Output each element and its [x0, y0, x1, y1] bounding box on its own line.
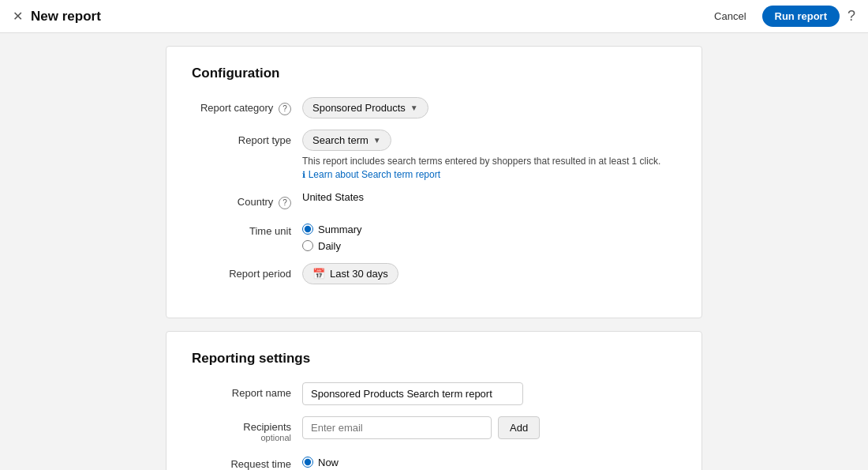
report-category-help-icon[interactable]: ? — [279, 103, 291, 115]
learn-link-row: ℹ Learn about Search term report — [302, 168, 676, 180]
report-category-label: Report category ? — [192, 97, 302, 115]
time-unit-daily[interactable]: Daily — [302, 240, 676, 252]
country-help-icon[interactable]: ? — [279, 197, 291, 209]
report-name-label: Report name — [192, 382, 302, 399]
report-type-dropdown[interactable]: Search term ▼ — [302, 130, 391, 151]
calendar-icon: 📅 — [312, 268, 325, 280]
header: ✕ New report Cancel Run report ? — [0, 0, 868, 33]
report-type-info: This report includes search terms entere… — [302, 156, 676, 167]
configuration-title: Configuration — [192, 66, 676, 81]
report-name-input[interactable] — [302, 382, 523, 405]
recipients-label: Recipients optional — [192, 416, 302, 442]
recipients-row: Recipients optional Add — [192, 416, 676, 442]
configuration-card: Configuration Report category ? Sponsore… — [166, 46, 702, 318]
header-left: ✕ New report — [13, 9, 101, 24]
report-period-row: Report period 📅 Last 30 days — [192, 263, 676, 284]
report-category-row: Report category ? Sponsored Products ▼ — [192, 97, 676, 118]
email-row: Add — [302, 416, 676, 439]
cancel-button[interactable]: Cancel — [706, 6, 754, 26]
time-unit-control: Summary Daily — [302, 220, 676, 252]
country-label: Country ? — [192, 191, 302, 209]
report-category-dropdown[interactable]: Sponsored Products ▼ — [302, 97, 428, 118]
report-type-control: Search term ▼ This report includes searc… — [302, 130, 676, 180]
report-category-control: Sponsored Products ▼ — [302, 97, 676, 118]
request-time-radio-group: Now Future Recurring — [302, 453, 676, 470]
time-unit-daily-radio[interactable] — [302, 240, 313, 251]
header-right: Cancel Run report ? — [706, 6, 855, 27]
request-time-control: Now Future Recurring — [302, 453, 676, 470]
report-period-label: Report period — [192, 263, 302, 280]
report-type-row: Report type Search term ▼ This report in… — [192, 130, 676, 180]
reporting-settings-card: Reporting settings Report name Recipient… — [166, 331, 702, 470]
report-period-control: 📅 Last 30 days — [302, 263, 676, 284]
info-circle-icon: ℹ — [302, 170, 305, 179]
country-row: Country ? United States — [192, 191, 676, 209]
report-name-control — [302, 382, 676, 405]
page-title: New report — [31, 9, 101, 24]
time-unit-summary-radio[interactable] — [302, 224, 313, 235]
report-type-label: Report type — [192, 130, 302, 146]
report-name-row: Report name — [192, 382, 676, 405]
time-unit-summary[interactable]: Summary — [302, 224, 676, 235]
time-unit-row: Time unit Summary Daily — [192, 220, 676, 252]
country-value: United States — [302, 191, 676, 203]
learn-link[interactable]: Learn about Search term report — [309, 169, 440, 180]
chevron-down-icon: ▼ — [373, 136, 381, 145]
recipients-control: Add — [302, 416, 676, 439]
main-content: Configuration Report category ? Sponsore… — [0, 33, 868, 470]
add-recipient-button[interactable]: Add — [498, 416, 540, 439]
request-time-now[interactable]: Now — [302, 457, 676, 468]
reporting-settings-title: Reporting settings — [192, 351, 676, 367]
help-icon[interactable]: ? — [847, 8, 855, 24]
time-unit-label: Time unit — [192, 220, 302, 237]
recipients-email-input[interactable] — [302, 416, 492, 439]
report-period-button[interactable]: 📅 Last 30 days — [302, 263, 398, 284]
chevron-down-icon: ▼ — [410, 103, 418, 112]
request-time-label: Request time — [192, 453, 302, 470]
request-time-row: Request time Now Future Recurring — [192, 453, 676, 470]
request-time-now-radio[interactable] — [302, 457, 313, 468]
run-report-button[interactable]: Run report — [762, 6, 840, 27]
close-icon[interactable]: ✕ — [13, 9, 23, 24]
time-unit-radio-group: Summary Daily — [302, 220, 676, 252]
